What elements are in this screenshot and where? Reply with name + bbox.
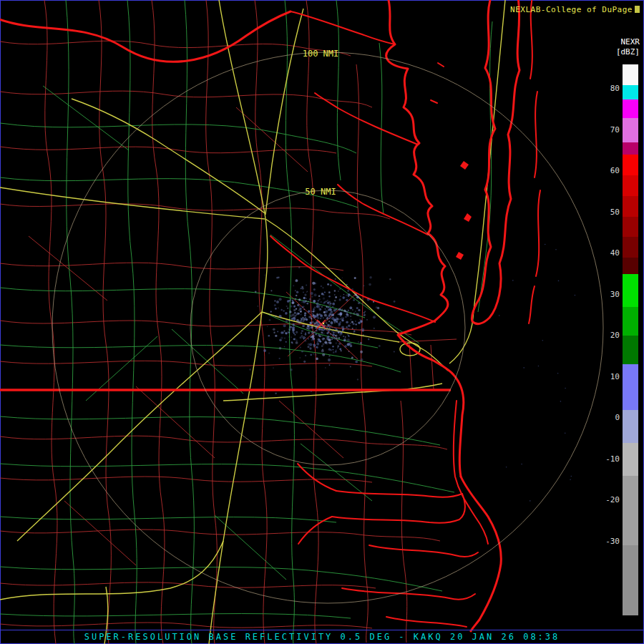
echo-dot (337, 345, 339, 347)
logo-block-icon (635, 6, 640, 13)
echo-dot (337, 340, 338, 341)
echo-dot (316, 306, 318, 308)
colorbar (623, 64, 638, 615)
echo-dot (325, 367, 326, 369)
echo-dot (348, 296, 349, 297)
echo-dot (330, 325, 331, 326)
echo-dot (356, 296, 359, 298)
echo-dot (341, 326, 344, 329)
echo-dot (295, 298, 296, 300)
echo-dot (326, 329, 328, 331)
echo-dot (325, 308, 326, 310)
echo-dot (368, 338, 370, 341)
echo-dot (321, 286, 323, 288)
echo-dot (326, 306, 329, 309)
echo-dot (316, 358, 318, 361)
echo-dot (353, 313, 355, 315)
echo-dot (328, 291, 331, 293)
echo-dot (360, 342, 362, 344)
echo-dot (298, 310, 300, 311)
colorbar-segment (623, 336, 638, 364)
echo-dot (394, 301, 396, 303)
echo-dot (355, 321, 356, 322)
echo-dot (337, 347, 338, 348)
echo-dot (306, 292, 308, 293)
echo-dot (557, 373, 559, 374)
echo-dot (320, 314, 322, 316)
echo-dot (320, 308, 321, 310)
echo-dot (326, 332, 328, 334)
echo-dot (299, 306, 301, 308)
echo-dot (356, 328, 357, 329)
colorbar-units: [dBZ] (616, 47, 640, 57)
echo-dot (325, 339, 326, 341)
echo-dot (364, 311, 366, 312)
colorbar-tick: 70 (595, 126, 620, 135)
colorbar-segment (623, 99, 638, 118)
echo-dot (361, 328, 364, 331)
echo-dot (353, 299, 354, 301)
echo-dot (347, 290, 349, 292)
echo-dot (315, 333, 317, 336)
echo-dot (314, 338, 316, 340)
echo-dot (346, 286, 348, 288)
echo-dot (274, 301, 275, 302)
echo-dot (300, 313, 301, 315)
colorbar-segment (623, 155, 638, 175)
echo-dot (276, 277, 278, 279)
echo-dot (366, 304, 367, 306)
echo-dot (311, 339, 313, 341)
echo-dot (305, 333, 306, 334)
echo-dot (356, 357, 357, 358)
echo-dot (269, 314, 270, 316)
echo-dot (363, 334, 364, 336)
echo-dot (279, 315, 282, 318)
echo-dot (316, 346, 318, 348)
echo-dot (293, 306, 296, 308)
echo-dot (323, 298, 325, 300)
echo-dot (560, 401, 562, 402)
echo-dot (291, 318, 293, 320)
echo-dot (346, 294, 348, 296)
echo-dot (264, 275, 265, 276)
echo-dot (355, 311, 356, 312)
echo-dot (351, 321, 353, 323)
echo-dot (304, 294, 306, 296)
echo-dot (335, 278, 336, 280)
echo-dot (339, 333, 342, 336)
echo-dot (338, 291, 339, 292)
colorbar-segment (623, 443, 638, 476)
echo-dot (308, 332, 310, 334)
echo-dot (270, 290, 272, 291)
echo-dot (364, 286, 365, 287)
echo-dot (360, 351, 363, 353)
echo-dot (280, 331, 283, 333)
echo-dot (296, 295, 297, 296)
echo-dot (354, 293, 356, 296)
echo-dot (364, 314, 366, 316)
echo-dot (291, 301, 294, 304)
echo-dot (291, 336, 292, 338)
echo-dot (369, 283, 371, 286)
echo-dot (321, 306, 323, 308)
echo-dot (289, 326, 291, 328)
echo-dot (338, 324, 340, 326)
echo-dot (270, 311, 272, 313)
echo-dot (571, 476, 572, 477)
echo-dot (346, 321, 348, 324)
echo-dot (545, 244, 546, 245)
echo-dot (341, 350, 342, 351)
echo-dot (521, 464, 522, 465)
echo-dot (323, 294, 324, 296)
echo-dot (285, 341, 286, 343)
echo-dot (295, 279, 298, 282)
echo-dot (339, 321, 341, 323)
echo-dot (357, 379, 358, 380)
echo-dot (311, 311, 313, 312)
colorbar-segment (623, 410, 638, 443)
echo-dot (306, 303, 308, 304)
echo-dot (352, 309, 353, 311)
echo-dot (374, 328, 375, 329)
echo-dot (350, 316, 351, 317)
echo-dot (313, 310, 315, 312)
